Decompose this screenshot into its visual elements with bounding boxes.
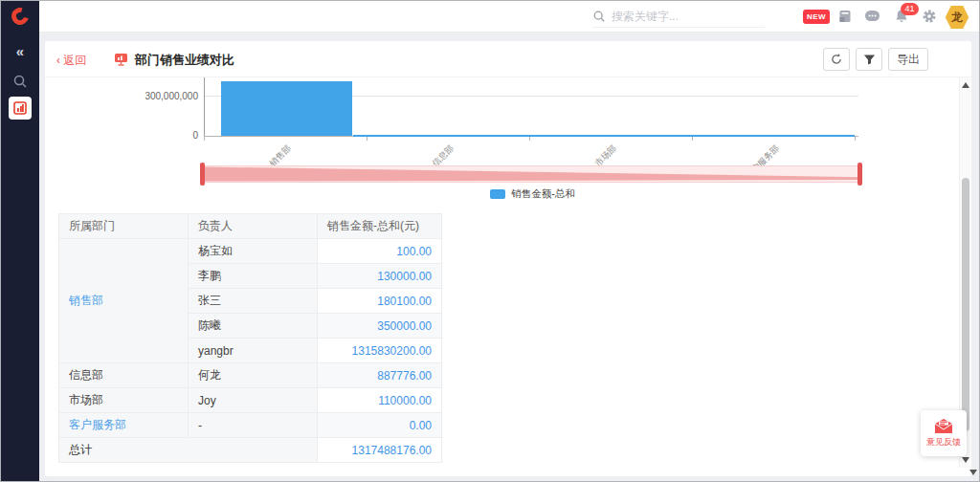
legend-swatch	[490, 189, 505, 199]
col-header-amount: 销售金额-总和(元)	[318, 214, 442, 239]
back-label: 返回	[63, 54, 86, 67]
new-feature-badge[interactable]: NEW	[803, 10, 830, 24]
back-button[interactable]: ‹ 返回	[56, 53, 86, 69]
refresh-icon	[830, 53, 843, 66]
settings-gear-icon[interactable]	[922, 9, 937, 28]
table-header-row: 所属部门 负责人 销售金额-总和(元)	[59, 214, 442, 239]
report-titlebar: ‹ 返回 部门销售业绩对比 导出	[45, 41, 971, 77]
value-cell[interactable]: 130000.00	[318, 264, 442, 289]
value-cell[interactable]: 180100.00	[318, 289, 442, 314]
x-tick	[204, 137, 205, 141]
sales-table: 所属部门 负责人 销售金额-总和(元) 销售部 杨宝如 100.00 李鹏 13…	[58, 213, 442, 463]
export-button[interactable]: 导出	[888, 48, 928, 71]
bar-chart: 300,000,000 0 销售部 信息部 市场部 客户服务部 销售金额-总和	[45, 77, 956, 204]
filter-button[interactable]	[856, 48, 882, 71]
table-row: 市场部 Joy 110000.00	[59, 388, 442, 413]
sidebar: «	[1, 1, 39, 481]
value-cell[interactable]: 0.00	[318, 413, 442, 438]
search-input[interactable]	[612, 10, 746, 23]
value-cell[interactable]: 110000.00	[318, 388, 442, 413]
envelope-icon	[933, 418, 954, 434]
person-cell: 陈曦	[189, 314, 318, 339]
person-cell: 杨宝如	[189, 239, 318, 264]
refresh-button[interactable]	[823, 48, 850, 71]
scroll-up-arrow-icon[interactable]	[962, 82, 969, 88]
total-label: 总计	[59, 438, 318, 463]
app-logo[interactable]	[11, 8, 29, 25]
x-tick	[529, 137, 530, 141]
person-cell: 张三	[189, 289, 318, 314]
chart-legend[interactable]: 销售金额-总和	[204, 187, 861, 201]
datazoom-area-shape	[205, 166, 860, 182]
value-cell[interactable]: 350000.00	[318, 314, 442, 339]
messages-icon[interactable]	[864, 9, 880, 28]
y-tick-zero: 0	[175, 130, 198, 141]
page-title: 部门销售业绩对比	[135, 52, 234, 69]
x-tick	[367, 137, 368, 141]
person-cell: yangbr	[189, 339, 318, 363]
person-cell: 何龙	[189, 363, 318, 388]
table-row: 信息部 何龙 887776.00	[59, 363, 442, 388]
bi-chart-icon	[13, 101, 27, 115]
notification-count-badge: 41	[901, 3, 919, 15]
bars-small-values[interactable]	[353, 135, 855, 137]
person-cell: -	[189, 413, 318, 438]
x-tick	[692, 137, 693, 141]
filter-funnel-icon	[863, 54, 876, 66]
value-cell[interactable]: 100.00	[318, 239, 442, 264]
col-header-person: 负责人	[189, 214, 318, 239]
report-chart-icon	[114, 53, 128, 70]
global-search[interactable]	[592, 6, 765, 28]
journal-icon[interactable]	[837, 9, 853, 28]
dept-link-service[interactable]: 客户服务部	[69, 418, 126, 431]
user-avatar[interactable]: 龙	[945, 5, 969, 30]
feedback-button[interactable]: 意见反馈	[921, 410, 967, 456]
bar-sales-dept[interactable]	[221, 81, 352, 136]
value-cell[interactable]: 1315830200.00	[318, 339, 442, 363]
report-card: ‹ 返回 部门销售业绩对比 导出	[45, 41, 971, 476]
logo-c-icon	[9, 5, 33, 29]
person-cell: Joy	[189, 388, 318, 413]
content-scrollbar[interactable]	[959, 77, 970, 468]
dept-link-sales[interactable]: 销售部	[69, 294, 103, 307]
search-icon	[592, 10, 606, 23]
app-window: « NEW	[0, 0, 980, 482]
table-row: 销售部 杨宝如 100.00	[59, 239, 442, 264]
legend-label: 销售金额-总和	[511, 187, 575, 201]
total-value: 1317488176.00	[318, 438, 442, 463]
table-row: 客户服务部 - 0.00	[59, 413, 442, 438]
feedback-label: 意见反馈	[926, 436, 961, 449]
table-total-row: 总计 1317488176.00	[59, 438, 442, 463]
datazoom-handle-left[interactable]	[200, 163, 205, 186]
dept-cell-market: 市场部	[59, 388, 189, 413]
sidebar-item-bi-reports[interactable]	[9, 97, 32, 120]
datazoom-handle-right[interactable]	[858, 163, 862, 186]
x-tick	[855, 137, 856, 141]
dept-cell-info: 信息部	[59, 363, 189, 388]
y-tick-300m: 300,000,000	[118, 91, 198, 101]
topbar: NEW 41 龙	[39, 1, 979, 33]
scroll-down-arrow-icon[interactable]	[962, 457, 969, 463]
export-label: 导出	[897, 52, 920, 68]
person-cell: 李鹏	[189, 264, 318, 289]
datazoom-slider[interactable]	[204, 165, 861, 183]
sidebar-search-icon[interactable]	[12, 74, 28, 93]
chart-y-axis	[204, 77, 205, 136]
col-header-dept: 所属部门	[59, 214, 189, 239]
scrollbar-thumb[interactable]	[962, 178, 969, 431]
value-cell[interactable]: 887776.00	[318, 363, 442, 388]
collapse-sidebar-icon[interactable]: «	[1, 43, 39, 59]
window-scroll-down-icon[interactable]	[969, 470, 977, 475]
